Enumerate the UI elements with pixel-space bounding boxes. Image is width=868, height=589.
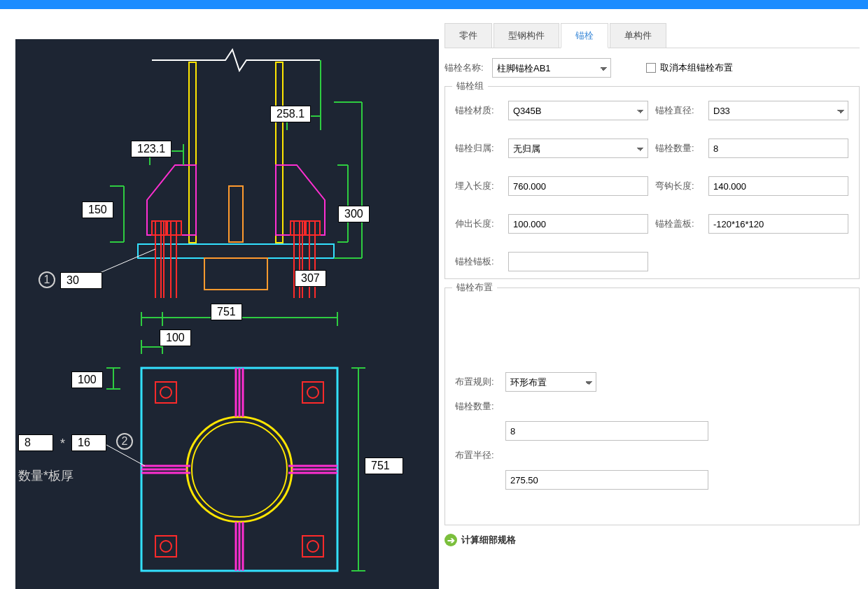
svg-rect-1 <box>276 62 283 243</box>
svg-rect-11 <box>306 221 320 235</box>
layout-count-input[interactable] <box>505 421 708 441</box>
dim-30[interactable]: 30 <box>60 272 102 289</box>
svg-point-35 <box>187 417 292 522</box>
cancel-label: 取消本组锚栓布置 <box>660 62 733 74</box>
dim-100b: 100 <box>71 371 103 388</box>
dim-307: 307 <box>295 270 326 287</box>
calculate-label: 计算细部规格 <box>461 534 516 546</box>
layout-box: 锚栓布置 布置规则: 环形布置 锚栓数量: 布置半径: <box>444 288 860 525</box>
svg-point-36 <box>192 422 287 517</box>
cover-input[interactable] <box>708 214 848 234</box>
svg-rect-17 <box>204 258 267 290</box>
dim-258: 258.1 <box>270 106 311 122</box>
layout-count-label: 锚栓数量: <box>455 400 500 413</box>
rule-label: 布置规则: <box>455 376 500 388</box>
svg-rect-4 <box>167 221 181 235</box>
extend-input[interactable] <box>508 214 648 234</box>
svg-point-56 <box>307 541 318 552</box>
svg-rect-55 <box>302 536 323 557</box>
marker-1: 1 <box>38 271 55 288</box>
radius-label: 布置半径: <box>455 449 500 462</box>
tab-anchor[interactable]: 锚栓 <box>561 23 608 48</box>
anchor-plate-input[interactable] <box>508 252 648 271</box>
star: * <box>60 437 65 451</box>
embed-label: 埋入长度: <box>455 180 501 192</box>
qty-thk-label: 数量*板厚 <box>18 467 74 484</box>
marker-2: 2 <box>116 433 133 450</box>
radius-input[interactable] <box>505 470 708 490</box>
dim-100a: 100 <box>160 329 191 346</box>
svg-rect-0 <box>189 62 196 243</box>
diameter-select[interactable]: D33 <box>708 101 848 120</box>
cover-label: 锚栓盖板: <box>655 218 701 230</box>
tabs: 零件 型钢构件 锚栓 单构件 <box>444 23 860 48</box>
rule-select[interactable]: 环形布置 <box>505 372 596 392</box>
svg-point-54 <box>160 541 172 552</box>
dim-751a: 751 <box>211 304 242 320</box>
belong-select[interactable]: 无归属 <box>508 139 648 158</box>
arrow-right-icon: ➔ <box>444 534 457 546</box>
dim-300: 300 <box>338 206 370 222</box>
diameter-label: 锚栓直径: <box>655 104 701 117</box>
cad-drawing-canvas[interactable]: 30 123.1 258.1 150 300 307 751 100 100 7… <box>15 39 439 589</box>
dim-751b[interactable]: 751 <box>365 457 403 474</box>
hook-input[interactable] <box>708 176 848 196</box>
tab-steel[interactable]: 型钢构件 <box>493 23 559 48</box>
properties-panel: 零件 型钢构件 锚栓 单构件 锚栓名称: 柱脚锚栓AB1 取消本组锚栓布置 锚栓… <box>439 9 868 589</box>
anchor-plate-label: 锚栓锚板: <box>455 255 501 268</box>
count-input[interactable] <box>708 139 848 158</box>
embed-input[interactable] <box>508 176 648 196</box>
svg-rect-51 <box>302 382 323 403</box>
group-title: 锚栓组 <box>452 80 488 92</box>
svg-rect-2 <box>138 244 334 258</box>
svg-rect-53 <box>155 536 176 557</box>
tab-parts[interactable]: 零件 <box>444 23 492 48</box>
dim-123: 123.1 <box>131 141 172 157</box>
material-label: 锚栓材质: <box>455 104 501 117</box>
hook-label: 弯钩长度: <box>655 180 701 192</box>
svg-point-50 <box>160 387 172 398</box>
belong-label: 锚栓归属: <box>455 142 501 155</box>
anchor-name-select[interactable]: 柱脚锚栓AB1 <box>492 58 611 78</box>
material-select[interactable]: Q345B <box>508 101 648 120</box>
count-label: 锚栓数量: <box>655 142 701 155</box>
multi-8[interactable]: 8 <box>18 434 53 451</box>
calculate-spec-link[interactable]: ➔ 计算细部规格 <box>444 534 860 546</box>
tab-single[interactable]: 单构件 <box>610 23 666 48</box>
anchor-name-label: 锚栓名称: <box>444 62 489 74</box>
svg-rect-49 <box>155 382 176 403</box>
svg-rect-18 <box>229 186 243 242</box>
extend-label: 伸出长度: <box>455 218 501 230</box>
multi-16[interactable]: 16 <box>71 434 106 451</box>
anchor-group-box: 锚栓组 锚栓材质: Q345B 锚栓直径: D33 锚栓归属: 无归属 锚栓数量… <box>444 86 860 279</box>
dim-150: 150 <box>82 201 113 218</box>
cancel-checkbox[interactable] <box>646 63 656 73</box>
svg-point-52 <box>307 387 318 398</box>
layout-title: 锚栓布置 <box>452 281 497 294</box>
